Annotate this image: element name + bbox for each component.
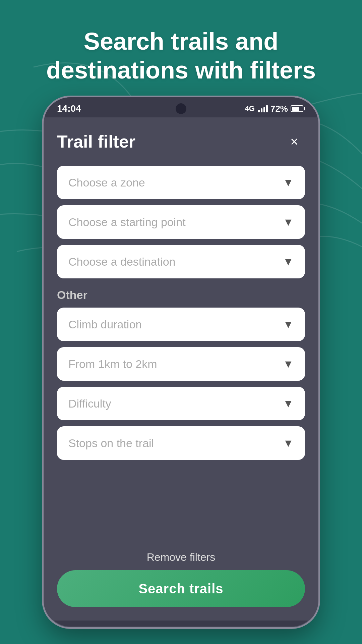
- phone-frame: 14:04 4G 72% Trail filter ×: [44, 97, 318, 627]
- search-trails-button[interactable]: Search trails: [57, 570, 305, 607]
- starting-point-dropdown[interactable]: Choose a starting point ▼: [57, 205, 305, 239]
- other-section-label: Other: [57, 288, 305, 302]
- modal-header: Trail filter ×: [57, 131, 305, 152]
- signal-bars-icon: [258, 105, 268, 112]
- distance-dropdown[interactable]: From 1km to 2km ▼: [57, 347, 305, 381]
- climb-duration-dropdown[interactable]: Climb duration ▼: [57, 308, 305, 341]
- battery-percent: 72%: [270, 104, 288, 114]
- difficulty-label: Difficulty: [68, 397, 111, 410]
- destination-chevron-icon: ▼: [283, 256, 294, 268]
- distance-chevron-icon: ▼: [283, 358, 294, 370]
- stops-label: Stops on the trail: [68, 437, 154, 450]
- hero-title: Search trails and destinations with filt…: [20, 27, 342, 85]
- destination-label: Choose a destination: [68, 255, 175, 268]
- modal-container: Trail filter × Choose a zone ▼ Choose a …: [44, 117, 318, 621]
- difficulty-dropdown[interactable]: Difficulty ▼: [57, 387, 305, 420]
- zone-label: Choose a zone: [68, 176, 145, 189]
- status-bar: 14:04 4G 72%: [44, 97, 318, 117]
- stops-chevron-icon: ▼: [283, 437, 294, 449]
- status-time: 14:04: [57, 103, 81, 114]
- difficulty-chevron-icon: ▼: [283, 397, 294, 410]
- starting-point-chevron-icon: ▼: [283, 216, 294, 228]
- stops-dropdown[interactable]: Stops on the trail ▼: [57, 426, 305, 460]
- bottom-actions: Remove filters Search trails: [44, 544, 318, 621]
- climb-duration-chevron-icon: ▼: [283, 318, 294, 331]
- network-type: 4G: [245, 104, 255, 113]
- battery-icon: [291, 105, 305, 112]
- zone-dropdown[interactable]: Choose a zone ▼: [57, 166, 305, 199]
- distance-label: From 1km to 2km: [68, 358, 157, 371]
- status-right: 4G 72%: [245, 104, 305, 114]
- starting-point-label: Choose a starting point: [68, 216, 186, 229]
- climb-duration-label: Climb duration: [68, 318, 142, 331]
- camera-notch: [176, 103, 186, 114]
- modal-title: Trail filter: [57, 131, 135, 152]
- close-button[interactable]: ×: [284, 131, 305, 152]
- destination-dropdown[interactable]: Choose a destination ▼: [57, 245, 305, 278]
- remove-filters-button[interactable]: Remove filters: [57, 551, 305, 564]
- hero-section: Search trails and destinations with filt…: [0, 27, 362, 85]
- trail-filter-modal: Trail filter × Choose a zone ▼ Choose a …: [44, 117, 318, 621]
- zone-chevron-icon: ▼: [283, 176, 294, 189]
- close-icon: ×: [290, 134, 298, 149]
